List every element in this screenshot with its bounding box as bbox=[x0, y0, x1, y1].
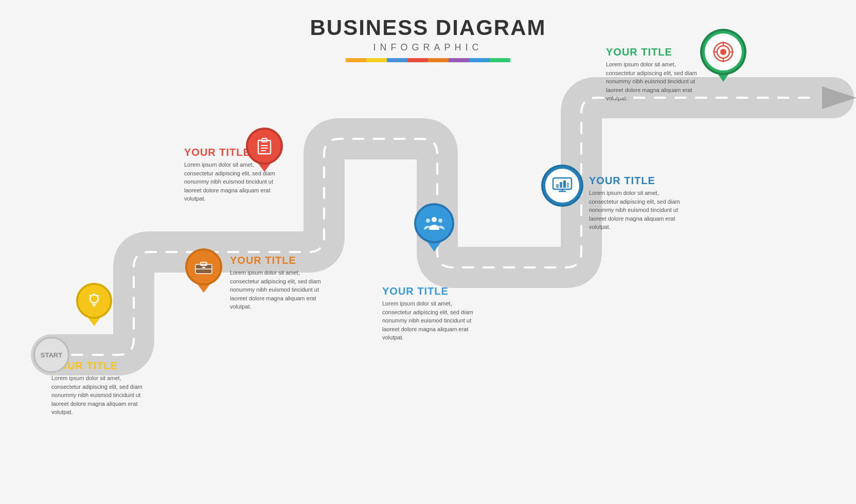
pin-6 bbox=[702, 31, 744, 82]
info-block-6: YOUR TITLE Lorem ipsum dolor sit amet, c… bbox=[606, 46, 699, 103]
svg-point-3 bbox=[90, 295, 98, 303]
info-title-5: YOUR TITLE bbox=[589, 175, 682, 187]
svg-point-28 bbox=[720, 49, 726, 55]
info-block-4: YOUR TITLE Lorem ipsum dolor sit amet, c… bbox=[382, 285, 475, 342]
info-body-2: Lorem ipsum dolor sit amet, consectetur … bbox=[230, 268, 323, 311]
target-icon bbox=[712, 41, 735, 63]
svg-point-16 bbox=[432, 217, 437, 222]
clipboard-icon bbox=[257, 137, 272, 155]
svg-rect-24 bbox=[563, 181, 566, 188]
info-block-2: YOUR TITLE Lorem ipsum dolor sit amet, c… bbox=[230, 255, 323, 311]
info-title-4: YOUR TITLE bbox=[382, 285, 475, 297]
pin-5 bbox=[543, 166, 582, 205]
briefcase-icon bbox=[194, 259, 213, 275]
bulb-icon bbox=[85, 292, 103, 310]
svg-point-17 bbox=[426, 219, 430, 223]
svg-rect-22 bbox=[556, 184, 559, 188]
svg-rect-25 bbox=[567, 183, 569, 188]
people-icon bbox=[424, 215, 444, 231]
svg-line-5 bbox=[90, 295, 91, 296]
info-body-6: Lorem ipsum dolor sit amet, consectetur … bbox=[606, 60, 699, 103]
info-title-2: YOUR TITLE bbox=[230, 255, 323, 266]
pin-2 bbox=[185, 248, 222, 293]
svg-line-6 bbox=[98, 295, 99, 296]
svg-point-18 bbox=[438, 219, 442, 223]
pin-1 bbox=[76, 283, 112, 326]
main-container: BUSINESS DIAGRAM INFOGRAPHIC START bbox=[0, 0, 856, 504]
pin-4 bbox=[414, 203, 454, 251]
start-circle: START bbox=[33, 337, 69, 373]
svg-rect-23 bbox=[560, 182, 562, 188]
info-body-5: Lorem ipsum dolor sit amet, consectetur … bbox=[589, 189, 682, 231]
svg-rect-8 bbox=[201, 262, 207, 265]
info-body-4: Lorem ipsum dolor sit amet, consectetur … bbox=[382, 299, 475, 342]
info-block-5: YOUR TITLE Lorem ipsum dolor sit amet, c… bbox=[589, 175, 682, 231]
info-title-6: YOUR TITLE bbox=[606, 46, 699, 58]
info-block-1: YOUR TITLE Lorem ipsum dolor sit amet, c… bbox=[51, 360, 144, 417]
info-body-3: Lorem ipsum dolor sit amet, consectetur … bbox=[184, 160, 277, 203]
monitor-icon bbox=[552, 177, 573, 194]
info-body-1: Lorem ipsum dolor sit amet, consectetur … bbox=[51, 374, 144, 417]
